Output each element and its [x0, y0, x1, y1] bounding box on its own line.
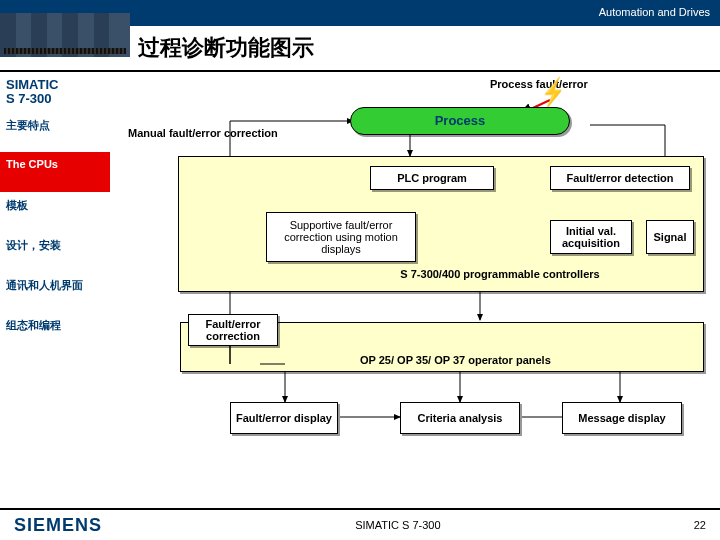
sidebar-item-1[interactable]: The CPUs	[0, 152, 110, 192]
diagram-canvas: Process fault/error ⚡ Process Manual fau…	[110, 72, 720, 508]
bolt-icon: ⚡	[541, 76, 566, 109]
page-number: 22	[694, 519, 706, 531]
box-plc-program: PLC program	[370, 166, 494, 190]
sidebar: SIMATIC S 7-300 主要特点The CPUs模板设计，安装通讯和人机…	[0, 72, 110, 508]
box-initial-val: Initial val. acquisition	[550, 220, 632, 254]
label-process-fault: Process fault/error	[490, 78, 588, 90]
box-fault-detection: Fault/error detection	[550, 166, 690, 190]
box-message: Message display	[562, 402, 682, 434]
brand-logo: SIEMENS	[14, 515, 102, 536]
page-title: 过程诊断功能图示	[138, 33, 314, 63]
header: 过程诊断功能图示	[0, 26, 720, 70]
box-criteria: Criteria analysis	[400, 402, 520, 434]
topbar-text: Automation and Drives	[599, 6, 710, 18]
box-fault-display: Fault/error display	[230, 402, 338, 434]
box-supportive: Supportive fault/error correction using …	[266, 212, 416, 262]
footer: SIEMENS SIMATIC S 7-300 22	[0, 508, 720, 540]
process-node: Process	[350, 107, 570, 135]
box-signal: Signal	[646, 220, 694, 254]
label-s7: S 7-300/400 programmable controllers	[400, 268, 600, 280]
plc-photo	[0, 13, 130, 57]
sidebar-item-0[interactable]: 主要特点	[0, 112, 110, 152]
footer-product: SIMATIC S 7-300	[355, 519, 440, 531]
sidebar-item-3[interactable]: 设计，安装	[0, 232, 110, 272]
sidebar-product: SIMATIC S 7-300	[0, 72, 110, 112]
label-op: OP 25/ OP 35/ OP 37 operator panels	[360, 354, 551, 366]
sidebar-item-2[interactable]: 模板	[0, 192, 110, 232]
sidebar-item-5[interactable]: 组态和编程	[0, 312, 110, 352]
box-fault-correction: Fault/error correction	[188, 314, 278, 346]
sidebar-item-4[interactable]: 通讯和人机界面	[0, 272, 110, 312]
label-manual: Manual fault/error correction	[128, 127, 278, 139]
main: SIMATIC S 7-300 主要特点The CPUs模板设计，安装通讯和人机…	[0, 72, 720, 508]
